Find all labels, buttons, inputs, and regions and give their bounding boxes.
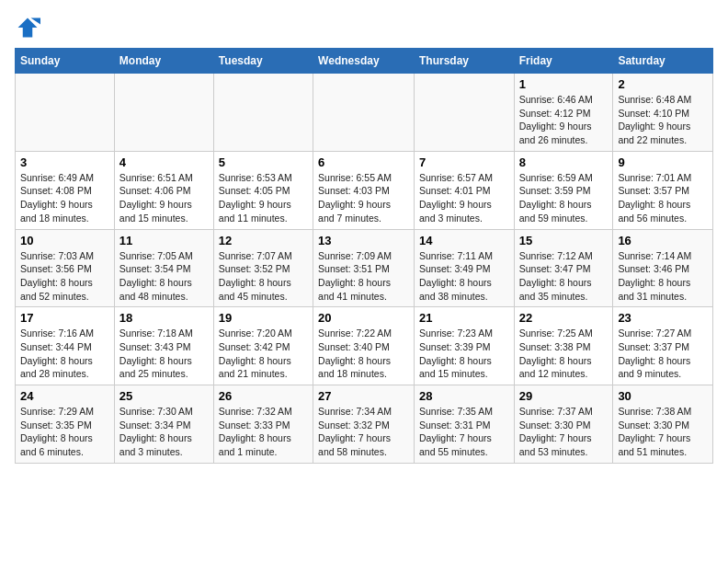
- day-number: 23: [618, 311, 708, 325]
- day-info: Sunrise: 7:22 AM Sunset: 3:40 PM Dayligh…: [318, 327, 409, 381]
- day-number: 17: [20, 311, 109, 325]
- day-number: 19: [219, 311, 308, 325]
- calendar-cell: 1Sunrise: 6:46 AM Sunset: 4:12 PM Daylig…: [514, 74, 613, 152]
- calendar-week-row: 3Sunrise: 6:49 AM Sunset: 4:08 PM Daylig…: [16, 151, 713, 229]
- calendar-cell: 21Sunrise: 7:23 AM Sunset: 3:39 PM Dayli…: [414, 307, 514, 385]
- day-number: 4: [119, 155, 209, 169]
- calendar-cell: 10Sunrise: 7:03 AM Sunset: 3:56 PM Dayli…: [16, 229, 115, 307]
- calendar-cell: [16, 74, 115, 152]
- day-info: Sunrise: 6:59 AM Sunset: 3:59 PM Dayligh…: [519, 171, 609, 225]
- svg-marker-1: [18, 18, 38, 38]
- day-info: Sunrise: 7:07 AM Sunset: 3:52 PM Dayligh…: [219, 249, 308, 304]
- day-info: Sunrise: 7:01 AM Sunset: 3:57 PM Dayligh…: [618, 171, 708, 225]
- day-info: Sunrise: 6:53 AM Sunset: 4:05 PM Dayligh…: [219, 171, 308, 225]
- calendar-cell: 12Sunrise: 7:07 AM Sunset: 3:52 PM Dayli…: [213, 229, 313, 307]
- calendar-header-row: SundayMondayTuesdayWednesdayThursdayFrid…: [16, 49, 713, 74]
- day-info: Sunrise: 7:27 AM Sunset: 3:37 PM Dayligh…: [618, 327, 708, 381]
- calendar-cell: 17Sunrise: 7:16 AM Sunset: 3:44 PM Dayli…: [16, 307, 115, 385]
- day-info: Sunrise: 6:49 AM Sunset: 4:08 PM Dayligh…: [20, 171, 109, 225]
- day-number: 8: [519, 155, 609, 169]
- logo-icon: [15, 15, 40, 40]
- logo: [15, 15, 44, 40]
- day-number: 15: [519, 234, 609, 247]
- day-info: Sunrise: 7:25 AM Sunset: 3:38 PM Dayligh…: [519, 327, 609, 381]
- col-header-monday: Monday: [114, 49, 213, 74]
- calendar-cell: 3Sunrise: 6:49 AM Sunset: 4:08 PM Daylig…: [16, 151, 115, 229]
- day-number: 21: [419, 311, 509, 325]
- day-number: 22: [519, 311, 609, 325]
- day-number: 2: [618, 77, 708, 91]
- calendar-cell: 18Sunrise: 7:18 AM Sunset: 3:43 PM Dayli…: [114, 307, 213, 385]
- day-info: Sunrise: 7:16 AM Sunset: 3:44 PM Dayligh…: [20, 327, 109, 381]
- day-info: Sunrise: 7:38 AM Sunset: 3:30 PM Dayligh…: [618, 405, 708, 459]
- calendar-cell: 15Sunrise: 7:12 AM Sunset: 3:47 PM Dayli…: [514, 229, 613, 307]
- day-number: 7: [419, 155, 509, 169]
- calendar-cell: 22Sunrise: 7:25 AM Sunset: 3:38 PM Dayli…: [514, 307, 613, 385]
- calendar-cell: 24Sunrise: 7:29 AM Sunset: 3:35 PM Dayli…: [16, 385, 115, 464]
- calendar-cell: [313, 74, 415, 152]
- day-number: 29: [519, 389, 609, 403]
- day-info: Sunrise: 7:23 AM Sunset: 3:39 PM Dayligh…: [419, 327, 509, 381]
- col-header-friday: Friday: [514, 49, 613, 74]
- day-info: Sunrise: 6:51 AM Sunset: 4:06 PM Dayligh…: [119, 171, 209, 225]
- col-header-thursday: Thursday: [414, 49, 514, 74]
- day-info: Sunrise: 7:30 AM Sunset: 3:34 PM Dayligh…: [119, 405, 209, 459]
- day-number: 14: [419, 234, 509, 247]
- calendar-cell: 26Sunrise: 7:32 AM Sunset: 3:33 PM Dayli…: [213, 385, 313, 464]
- day-info: Sunrise: 7:37 AM Sunset: 3:30 PM Dayligh…: [519, 405, 609, 459]
- calendar-cell: [213, 74, 313, 152]
- day-info: Sunrise: 7:35 AM Sunset: 3:31 PM Dayligh…: [419, 405, 509, 459]
- calendar-cell: 16Sunrise: 7:14 AM Sunset: 3:46 PM Dayli…: [613, 229, 713, 307]
- calendar-cell: 2Sunrise: 6:48 AM Sunset: 4:10 PM Daylig…: [613, 74, 713, 152]
- calendar-cell: 14Sunrise: 7:11 AM Sunset: 3:49 PM Dayli…: [414, 229, 514, 307]
- day-number: 13: [318, 234, 409, 247]
- day-number: 9: [618, 155, 708, 169]
- calendar-week-row: 17Sunrise: 7:16 AM Sunset: 3:44 PM Dayli…: [16, 307, 713, 385]
- day-info: Sunrise: 7:09 AM Sunset: 3:51 PM Dayligh…: [318, 249, 409, 304]
- day-number: 6: [318, 155, 409, 169]
- col-header-saturday: Saturday: [613, 49, 713, 74]
- calendar-cell: 28Sunrise: 7:35 AM Sunset: 3:31 PM Dayli…: [414, 385, 514, 464]
- day-number: 18: [119, 311, 209, 325]
- day-info: Sunrise: 6:48 AM Sunset: 4:10 PM Dayligh…: [618, 93, 708, 147]
- col-header-sunday: Sunday: [16, 49, 115, 74]
- day-number: 30: [618, 389, 708, 403]
- day-info: Sunrise: 7:34 AM Sunset: 3:32 PM Dayligh…: [318, 405, 409, 459]
- calendar-cell: 19Sunrise: 7:20 AM Sunset: 3:42 PM Dayli…: [213, 307, 313, 385]
- calendar-cell: 20Sunrise: 7:22 AM Sunset: 3:40 PM Dayli…: [313, 307, 415, 385]
- day-info: Sunrise: 7:05 AM Sunset: 3:54 PM Dayligh…: [119, 249, 209, 304]
- calendar-cell: 13Sunrise: 7:09 AM Sunset: 3:51 PM Dayli…: [313, 229, 415, 307]
- day-info: Sunrise: 7:29 AM Sunset: 3:35 PM Dayligh…: [20, 405, 109, 459]
- calendar-week-row: 1Sunrise: 6:46 AM Sunset: 4:12 PM Daylig…: [16, 74, 713, 152]
- day-number: 12: [219, 234, 308, 247]
- calendar-cell: 9Sunrise: 7:01 AM Sunset: 3:57 PM Daylig…: [613, 151, 713, 229]
- day-info: Sunrise: 7:14 AM Sunset: 3:46 PM Dayligh…: [618, 249, 708, 304]
- day-info: Sunrise: 6:46 AM Sunset: 4:12 PM Dayligh…: [519, 93, 609, 147]
- day-number: 3: [20, 155, 109, 169]
- day-info: Sunrise: 7:20 AM Sunset: 3:42 PM Dayligh…: [219, 327, 308, 381]
- calendar-cell: 4Sunrise: 6:51 AM Sunset: 4:06 PM Daylig…: [114, 151, 213, 229]
- calendar-cell: 23Sunrise: 7:27 AM Sunset: 3:37 PM Dayli…: [613, 307, 713, 385]
- day-info: Sunrise: 7:11 AM Sunset: 3:49 PM Dayligh…: [419, 249, 509, 304]
- calendar-table: SundayMondayTuesdayWednesdayThursdayFrid…: [15, 48, 713, 464]
- day-info: Sunrise: 7:32 AM Sunset: 3:33 PM Dayligh…: [219, 405, 308, 459]
- page-header: [15, 15, 713, 40]
- calendar-cell: 30Sunrise: 7:38 AM Sunset: 3:30 PM Dayli…: [613, 385, 713, 464]
- calendar-week-row: 10Sunrise: 7:03 AM Sunset: 3:56 PM Dayli…: [16, 229, 713, 307]
- day-number: 5: [219, 155, 308, 169]
- calendar-cell: 8Sunrise: 6:59 AM Sunset: 3:59 PM Daylig…: [514, 151, 613, 229]
- calendar-cell: [114, 74, 213, 152]
- calendar-cell: 11Sunrise: 7:05 AM Sunset: 3:54 PM Dayli…: [114, 229, 213, 307]
- day-info: Sunrise: 6:55 AM Sunset: 4:03 PM Dayligh…: [318, 171, 409, 225]
- day-info: Sunrise: 7:18 AM Sunset: 3:43 PM Dayligh…: [119, 327, 209, 381]
- day-number: 1: [519, 77, 609, 91]
- calendar-cell: 29Sunrise: 7:37 AM Sunset: 3:30 PM Dayli…: [514, 385, 613, 464]
- calendar-cell: [414, 74, 514, 152]
- day-number: 10: [20, 234, 109, 247]
- calendar-cell: 25Sunrise: 7:30 AM Sunset: 3:34 PM Dayli…: [114, 385, 213, 464]
- day-number: 26: [219, 389, 308, 403]
- day-number: 28: [419, 389, 509, 403]
- calendar-week-row: 24Sunrise: 7:29 AM Sunset: 3:35 PM Dayli…: [16, 385, 713, 464]
- col-header-wednesday: Wednesday: [313, 49, 415, 74]
- day-number: 24: [20, 389, 109, 403]
